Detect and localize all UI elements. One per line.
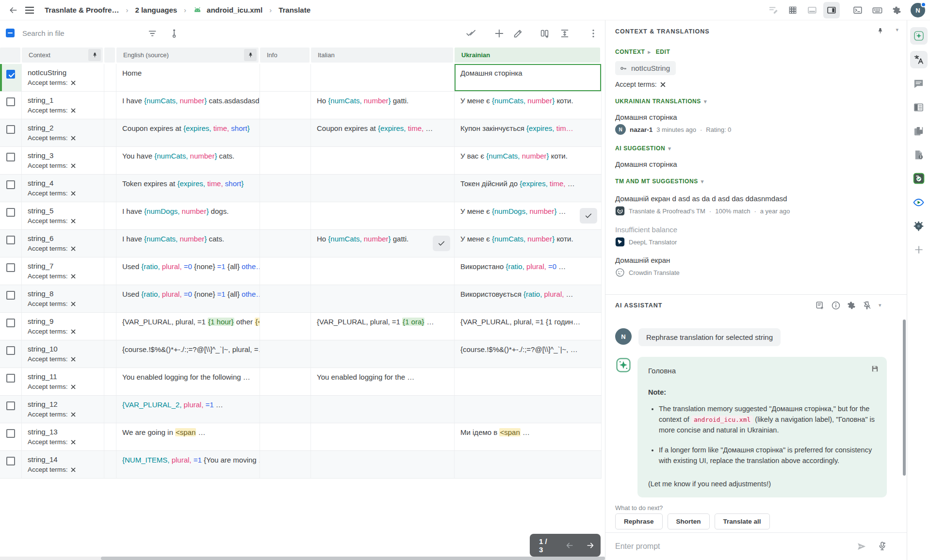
row-context-cell[interactable]: string_7 Accept terms: [22,257,104,285]
source-text-cell[interactable]: Home [116,64,260,91]
x-icon[interactable] [660,81,666,88]
table-row[interactable]: string_11 Accept terms: You enabled logg… [0,368,602,396]
header-italian[interactable]: Italian [311,48,453,63]
row-select-cell[interactable] [0,396,22,423]
row-context-cell[interactable]: notIcuString Accept terms: [22,64,104,91]
row-select-cell[interactable] [0,451,22,478]
header-english[interactable]: English (source) [116,48,259,63]
ukrainian-cell[interactable]: Купон закінчується {expires, tim… [455,119,602,146]
search-input[interactable] [22,25,139,41]
table-row[interactable]: string_3 Accept terms: You have {numCats… [0,147,602,175]
sort-route-icon[interactable] [169,28,179,39]
header-context[interactable]: Context [22,48,103,63]
add-column-icon[interactable] [539,28,550,39]
row-checkbox[interactable] [6,374,15,383]
shorten-button[interactable]: Shorten [668,513,710,529]
table-row[interactable]: string_7 Accept terms: Used {ratio, plur… [0,257,602,285]
translation-text[interactable]: Домашня сторінка [615,113,677,121]
row-height-icon[interactable] [559,28,570,39]
row-context-cell[interactable]: string_13 Accept terms: [22,423,104,450]
italian-cell[interactable] [311,64,455,91]
row-checkbox[interactable] [6,457,15,465]
ukrainian-cell[interactable]: {course.!$%&()*+-./:;=?@[\\]^_`|~, … [455,340,602,368]
row-context-cell[interactable]: string_8 Accept terms: [22,285,104,312]
row-select-cell[interactable] [0,230,22,257]
source-text-cell[interactable]: Coupon expires at {expires, time, short} [116,119,260,146]
breadcrumb-file[interactable]: android_icu.xml [207,6,262,14]
row-context-cell[interactable]: string_9 Accept terms: [22,313,104,340]
row-context-cell[interactable]: string_4 Accept terms: [22,175,104,202]
mic-icon[interactable] [877,541,887,551]
string-key-chip[interactable]: notIcuString [615,61,676,75]
next-page-button[interactable] [580,541,601,550]
table-row[interactable]: string_5 Accept terms: I have {numDogs, … [0,202,602,230]
row-context-cell[interactable]: string_11 Accept terms: [22,368,104,395]
source-text-cell[interactable]: You enabled logging for the following … [116,368,260,395]
unpin-icon[interactable] [862,301,872,310]
row-select-cell[interactable] [0,92,22,119]
italian-cell[interactable] [311,202,455,229]
rail-file-info-button[interactable] [910,146,928,163]
row-select-cell[interactable] [0,285,22,312]
horizontal-scrollbar[interactable] [0,557,605,560]
pin-panel-icon[interactable] [877,27,884,34]
user-avatar[interactable]: N [911,3,925,17]
row-context-cell[interactable]: string_12 Accept terms: [22,396,104,423]
author-name[interactable]: nazar-1 [630,126,653,133]
row-select-cell[interactable] [0,119,22,146]
italian-cell[interactable] [311,285,455,312]
ukrainian-cell[interactable]: Використовується {ratio, plural, … [455,285,602,312]
ai-settings-icon[interactable] [847,301,856,310]
ukrainian-cell[interactable]: У вас є {numCats, number} коти. [455,147,602,174]
menu-button[interactable] [21,2,38,18]
row-context-cell[interactable]: string_10 Accept terms: [22,340,104,368]
table-row[interactable]: string_14 Accept terms: {NUM_ITEMS, plur… [0,451,602,479]
panel-collapse-caret[interactable]: ▾ [896,27,898,33]
ukrainian-cell[interactable]: {VAR_PLURAL, plural, =1 {1 годин… [455,313,602,340]
header-info[interactable]: Info [260,48,310,63]
rail-ai-assistant-button[interactable] [910,27,928,45]
rail-screenshots-button[interactable] [910,170,928,187]
rail-comments-button[interactable] [910,75,928,92]
header-ukrainian[interactable]: Ukrainian [455,48,600,63]
rail-add-panel-button[interactable] [910,241,928,258]
italian-cell[interactable]: Coupon expires at {expires, time, … [311,119,455,146]
source-text-cell[interactable]: We are going in <span … [116,423,260,450]
edit-context-button[interactable]: EDIT [656,48,670,55]
breadcrumb-languages[interactable]: 2 languages [135,6,177,14]
row-select-cell[interactable] [0,147,22,174]
ukrainian-cell[interactable]: У мене є {numCats, number} коти. [455,230,602,257]
italian-cell[interactable]: Ho {numCats, number} gatti. [311,230,455,257]
ukrainian-cell[interactable] [455,451,602,478]
back-button[interactable] [5,2,21,18]
table-row[interactable]: string_1 Accept terms: I have {numCats, … [0,92,602,119]
rail-sidebar-layout-button[interactable] [910,98,928,116]
table-row[interactable]: string_6 Accept terms: I have {numCats, … [0,230,602,257]
row-checkbox[interactable] [6,263,15,272]
row-checkbox[interactable] [6,97,15,106]
row-checkbox[interactable] [6,236,15,244]
row-checkbox[interactable] [6,319,15,327]
source-text-cell[interactable]: I have {numCats, number} cats.asdasdasd [116,92,260,119]
table-row[interactable]: string_9 Accept terms: {VAR_PLURAL, plur… [0,313,602,340]
italian-cell[interactable]: Ho {numCats, number} gatti. [311,92,455,119]
ukrainian-cell[interactable]: У мене є {numDogs, number} … [455,202,602,229]
row-context-cell[interactable]: string_3 Accept terms: [22,147,104,174]
italian-cell[interactable] [311,396,455,423]
row-checkbox[interactable] [6,291,15,300]
breadcrumb-mode[interactable]: Translate [278,6,310,14]
rail-preview-button[interactable] [910,193,928,211]
ukrainian-cell[interactable]: Домашня сторінка [455,64,602,91]
table-row[interactable]: string_4 Accept terms: Token expires at … [0,175,602,202]
ukrainian-cell[interactable]: Використано {ratio, plural, =0 … [455,257,602,285]
chat-scrollbar[interactable] [903,320,906,476]
italian-cell[interactable] [311,423,455,450]
source-text-cell[interactable]: {VAR_PLURAL_2, plural, =1 … [116,396,260,423]
row-select-cell[interactable] [0,368,22,395]
console-button[interactable] [849,2,866,18]
save-icon[interactable] [871,365,879,373]
tm-suggestion-text[interactable]: Домашній екран d asd as da d asd das dda… [615,194,787,203]
row-context-cell[interactable]: string_5 Accept terms: [22,202,104,229]
rail-advanced-button[interactable] [910,217,928,235]
source-text-cell[interactable]: I have {numCats, number} cats. [116,230,260,257]
